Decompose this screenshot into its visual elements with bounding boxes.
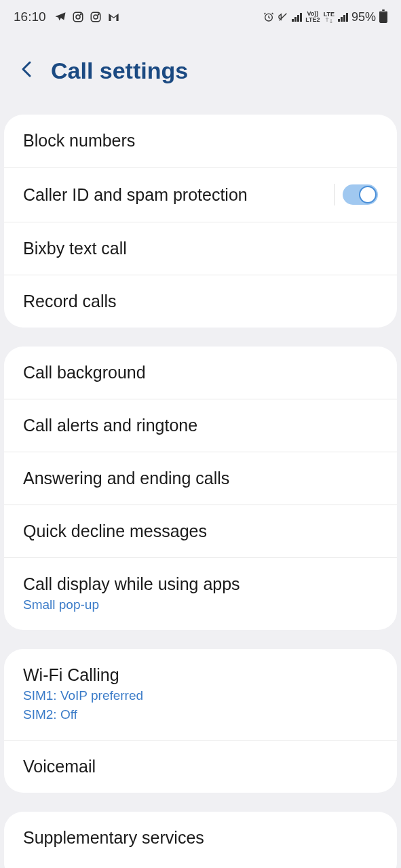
page-title: Call settings [51,58,188,84]
settings-group-1: Block numbers Caller ID and spam protect… [4,115,397,328]
wifi-calling-content: Wi-Fi Calling SIM1: VoIP preferred SIM2:… [23,665,143,724]
call-alerts-row[interactable]: Call alerts and ringtone [4,399,397,452]
quick-decline-row[interactable]: Quick decline messages [4,505,397,558]
battery-icon [379,11,387,23]
telegram-icon [54,11,66,23]
page-header: Call settings [0,34,401,115]
battery-percentage: 95% [351,10,376,24]
svg-point-1 [76,15,80,19]
call-display-content: Call display while using apps Small pop-… [23,574,240,614]
svg-point-4 [94,15,98,19]
wifi-calling-row[interactable]: Wi-Fi Calling SIM1: VoIP preferred SIM2:… [4,649,397,741]
signal-strength-icon-2 [338,12,348,22]
record-calls-row[interactable]: Record calls [4,275,397,328]
supplementary-services-label: Supplementary services [23,828,204,848]
call-alerts-label: Call alerts and ringtone [23,416,197,435]
svg-point-5 [98,14,99,15]
status-bar: 16:10 Vo)) LTE2 LTE [0,0,401,34]
answering-ending-label: Answering and ending calls [23,469,229,488]
call-background-row[interactable]: Call background [4,347,397,399]
voicemail-row[interactable]: Voicemail [4,741,397,793]
settings-group-2: Call background Call alerts and ringtone… [4,347,397,630]
toggle-divider [334,184,335,205]
answering-ending-row[interactable]: Answering and ending calls [4,452,397,505]
back-button[interactable] [20,60,34,82]
lte-indicator: LTE [324,12,335,23]
alarm-icon [263,12,274,22]
block-numbers-row[interactable]: Block numbers [4,115,397,167]
instagram-icon [72,11,84,23]
wifi-calling-sim2: SIM2: Off [23,706,143,724]
caller-id-spam-label: Caller ID and spam protection [23,185,248,205]
voicemail-label: Voicemail [23,757,96,776]
call-display-row[interactable]: Call display while using apps Small pop-… [4,558,397,630]
wifi-calling-label: Wi-Fi Calling [23,665,143,685]
quick-decline-label: Quick decline messages [23,521,207,541]
status-bar-left: 16:10 [14,9,120,24]
gmail-icon [107,11,120,24]
supplementary-services-row[interactable]: Supplementary services [4,812,397,868]
caller-id-spam-row[interactable]: Caller ID and spam protection [4,167,397,222]
settings-group-3: Wi-Fi Calling SIM1: VoIP preferred SIM2:… [4,649,397,793]
instagram-icon-2 [90,11,102,23]
bixby-text-call-label: Bixby text call [23,239,127,258]
status-bar-right: Vo)) LTE2 LTE 95% [263,10,387,24]
call-background-label: Call background [23,363,146,382]
status-time: 16:10 [14,9,46,24]
volte-indicator: Vo)) LTE2 [305,11,320,23]
vibrate-mute-icon [278,12,288,22]
svg-point-2 [80,14,81,15]
call-display-subtitle: Small pop-up [23,596,240,614]
signal-strength-icon-1 [292,12,302,22]
wifi-calling-sim1: SIM1: VoIP preferred [23,687,143,705]
settings-group-4: Supplementary services [4,812,397,868]
bixby-text-call-row[interactable]: Bixby text call [4,222,397,275]
caller-id-toggle-wrapper [334,184,378,205]
block-numbers-label: Block numbers [23,131,135,151]
call-display-label: Call display while using apps [23,574,240,594]
record-calls-label: Record calls [23,292,117,311]
caller-id-spam-toggle[interactable] [343,184,378,205]
